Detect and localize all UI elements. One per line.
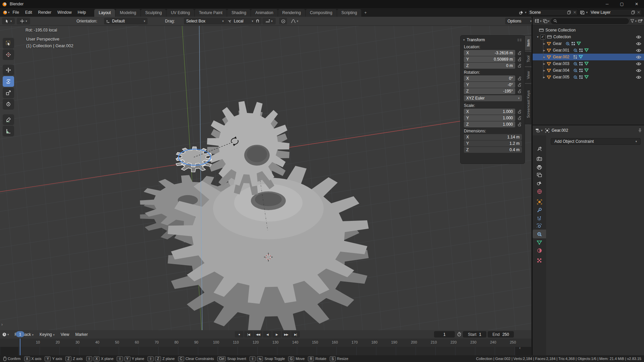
- timeline-editor-type-dropdown[interactable]: ▾: [2, 332, 9, 337]
- menu-file[interactable]: File: [10, 8, 22, 17]
- snap-settings-dropdown[interactable]: ▾: [262, 18, 276, 24]
- sidebar-tab-tool[interactable]: Tool: [525, 52, 531, 66]
- timeline-collapse-icon[interactable]: ‹: [519, 346, 521, 350]
- workspace-tab-modeling[interactable]: Modeling: [115, 9, 141, 17]
- outliner-row-gear-005[interactable]: ▶Gear.005: [533, 74, 644, 80]
- timeline-menu-marker[interactable]: Marker: [72, 332, 91, 337]
- visibility-eye-icon[interactable]: [636, 42, 641, 46]
- next-keyframe-button[interactable]: ▶▶: [282, 331, 290, 338]
- workspace-tab-shading[interactable]: Shading: [227, 9, 251, 17]
- workspace-tab-layout[interactable]: Layout: [94, 9, 115, 17]
- rotation-y-input[interactable]: Y-0°: [464, 82, 515, 88]
- workspace-tab-rendering[interactable]: Rendering: [278, 9, 305, 17]
- scene-selector[interactable]: ▾ Scene ✕: [519, 9, 578, 16]
- dimensions-y-input[interactable]: Y1.2 m: [464, 140, 522, 146]
- current-frame-field[interactable]: 1: [434, 331, 455, 338]
- lock-open-icon[interactable]: [517, 58, 522, 61]
- remove-view-layer-icon[interactable]: ✕: [637, 10, 640, 15]
- timeline-menu-view[interactable]: View: [58, 332, 72, 337]
- lock-open-icon[interactable]: [517, 110, 522, 114]
- visibility-eye-icon[interactable]: [636, 49, 641, 52]
- unlink-scene-icon[interactable]: ✕: [573, 10, 576, 15]
- playhead[interactable]: [20, 339, 20, 355]
- lock-open-icon[interactable]: [517, 83, 522, 87]
- lock-open-icon[interactable]: [517, 77, 522, 80]
- new-view-layer-icon[interactable]: [631, 10, 635, 14]
- lock-open-icon[interactable]: [517, 51, 522, 55]
- menu-help[interactable]: Help: [75, 8, 89, 17]
- timeline-track[interactable]: [0, 347, 531, 355]
- options-dropdown[interactable]: Options ▾: [505, 18, 534, 24]
- rotation-z-input[interactable]: Z-195°: [464, 88, 515, 94]
- active-tool-dropdown[interactable]: ▾: [2, 18, 15, 24]
- properties-tab-render[interactable]: [533, 155, 546, 163]
- sidebar-tab-screencast-keys[interactable]: Screencast Keys: [525, 84, 531, 124]
- properties-tab-view-layer[interactable]: [533, 171, 546, 179]
- timeline-editor[interactable]: ▾ Playback ▾Keying ▾ViewMarker ●|◀◀◀◀▶▶▶…: [0, 330, 531, 355]
- workspace-tab-uv-editing[interactable]: UV Editing: [166, 9, 194, 17]
- pin-icon[interactable]: [638, 128, 642, 133]
- scale-x-input[interactable]: X1.000: [464, 109, 515, 115]
- location-x-input[interactable]: X-3.2616 m: [464, 50, 515, 56]
- workspace-tab-compositing[interactable]: Compositing: [306, 9, 337, 17]
- previous-keyframe-button[interactable]: ◀◀: [254, 331, 262, 338]
- workspace-tab-texture-paint[interactable]: Texture Paint: [195, 9, 227, 17]
- workspace-tab-sculpting[interactable]: Sculpting: [141, 9, 166, 17]
- sidebar-tab-view[interactable]: View: [525, 67, 531, 83]
- outliner-display-mode-dropdown[interactable]: ▾: [535, 19, 542, 23]
- add-workspace-button[interactable]: +: [362, 9, 369, 17]
- tool-annotate-button[interactable]: [3, 114, 14, 125]
- viewport-3d[interactable]: Rot: -195.03 local User Perspective (1) …: [0, 26, 531, 330]
- timeline-ruler[interactable]: 1020304050607080901001101201301401501601…: [0, 339, 531, 347]
- disclosure-icon[interactable]: ▾: [537, 35, 539, 39]
- properties-tab-tool[interactable]: [533, 144, 546, 153]
- play-button[interactable]: ▶: [272, 331, 281, 338]
- lock-open-icon[interactable]: [517, 64, 522, 68]
- jump-to-end-button[interactable]: ▶|: [291, 331, 300, 338]
- tool-rotate-button[interactable]: [3, 76, 14, 87]
- add-object-constraint-dropdown[interactable]: Add Object Constraint ▾: [551, 138, 641, 145]
- properties-tab-constraints[interactable]: [533, 230, 546, 238]
- properties-editor-dropdown[interactable]: ▾: [535, 128, 543, 133]
- properties-tab-physics[interactable]: [533, 222, 546, 230]
- properties-tab-modifiers[interactable]: [533, 206, 546, 215]
- record-button[interactable]: ●: [235, 331, 244, 338]
- properties-tab-object[interactable]: [533, 197, 546, 206]
- new-collection-button[interactable]: [638, 19, 643, 23]
- outliner-row-gear-004[interactable]: ▶Gear.004: [533, 67, 644, 74]
- timeline-expand-icon[interactable]: ›: [1, 322, 3, 327]
- current-frame-badge[interactable]: 1: [16, 331, 24, 337]
- menu-window[interactable]: Window: [54, 8, 75, 17]
- jump-to-start-button[interactable]: |◀: [244, 331, 253, 338]
- location-y-input[interactable]: Y0.50869 m: [464, 56, 515, 62]
- close-button[interactable]: ✕: [629, 0, 644, 8]
- view-layer-selector[interactable]: ▾ View Layer ✕: [580, 9, 642, 16]
- outliner-row-collection[interactable]: ▾✓Collection: [533, 34, 644, 40]
- tool-transform-button[interactable]: [3, 99, 14, 110]
- panel-collapse-icon[interactable]: ▾: [463, 38, 465, 42]
- play-reverse-button[interactable]: ◀: [263, 331, 272, 338]
- properties-tab-scene[interactable]: [533, 179, 546, 187]
- scale-y-input[interactable]: Y1.000: [464, 115, 515, 121]
- scale-z-input[interactable]: Z1.000: [464, 121, 515, 127]
- tool-move-button[interactable]: [3, 65, 14, 75]
- outliner-filter-dropdown[interactable]: ▾: [630, 19, 637, 23]
- visibility-eye-icon[interactable]: [636, 35, 641, 39]
- transform-space-select[interactable]: Local ▾: [225, 18, 256, 24]
- auto-keyframe-icon[interactable]: [457, 332, 462, 337]
- lock-open-icon[interactable]: [517, 123, 522, 126]
- location-z-input[interactable]: Z0 m: [464, 63, 515, 69]
- sidebar-tab-item[interactable]: Item: [525, 35, 531, 51]
- outliner-search-input[interactable]: [551, 18, 629, 24]
- rotation-mode-select[interactable]: XYZ Euler▾: [464, 95, 522, 101]
- snap-toggle-button[interactable]: [254, 18, 262, 24]
- orientation-select[interactable]: Default ▾: [104, 18, 148, 24]
- properties-tab-texture[interactable]: [533, 256, 546, 265]
- outliner-row-gear-001[interactable]: ▶Gear.001: [533, 47, 644, 54]
- blender-menu-button[interactable]: ▾: [3, 10, 10, 15]
- visibility-eye-icon[interactable]: [636, 75, 641, 79]
- gizmo-dropdown[interactable]: ▾: [17, 18, 30, 24]
- menu-edit[interactable]: Edit: [22, 8, 35, 17]
- proportional-falloff-dropdown[interactable]: ▾: [288, 18, 301, 24]
- visibility-eye-icon[interactable]: [636, 55, 641, 59]
